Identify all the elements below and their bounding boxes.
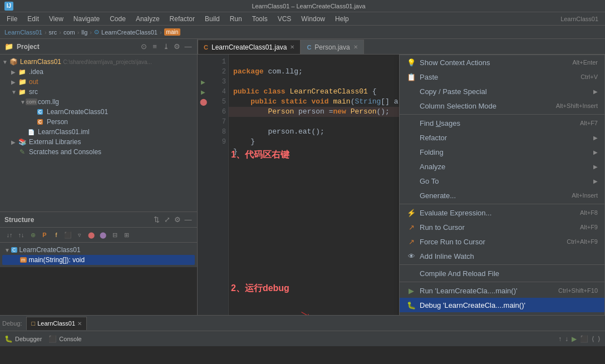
struct-btn-orange[interactable]: ⬛ [63, 230, 73, 240]
structure-btn-expand[interactable]: ⤢ [163, 215, 171, 224]
structure-icon-bar: ↓↑ ↑↓ ⊕ P f ⬛ ▿ ⬤ ⬤ ⊟ ⊞ [0, 228, 197, 243]
tree-item-root[interactable]: ▼ 📦 LearnClass01 C:\shared\learn\java_pr… [0, 57, 197, 67]
console-tab[interactable]: ⬛ Console [48, 335, 81, 343]
ctx-folding[interactable]: Folding ▶ [400, 145, 604, 159]
tab-label-person: Person.java [314, 43, 350, 51]
struct-btn-2[interactable]: ↑↓ [16, 230, 26, 240]
menu-window[interactable]: Window [297, 14, 329, 24]
btn-run-green[interactable]: ▶ [572, 335, 577, 343]
btn-up-arrow[interactable]: ↑ [558, 335, 562, 343]
menu-bar: File Edit View Navigate Code Analyze Ref… [0, 12, 605, 26]
menu-vcs[interactable]: VCS [273, 14, 296, 24]
tree-item-person[interactable]: C Person [0, 117, 197, 127]
menu-help[interactable]: Help [331, 14, 353, 24]
ctx-force-run-cursor[interactable]: ↗ Force Run to Cursor Ctrl+Alt+F9 [400, 234, 604, 249]
debug-tab-learn[interactable]: □ LearnClass01 ✕ [26, 317, 87, 330]
force-run-icon: ↗ [406, 237, 416, 247]
struct-btn-p[interactable]: P [40, 230, 50, 240]
ctx-more-run-debug[interactable]: More Run/Debug ▶ [400, 312, 604, 315]
menu-edit[interactable]: Edit [23, 14, 43, 24]
btn-nav-2[interactable]: ⟩ [598, 335, 601, 343]
breadcrumb-llg[interactable]: llg [81, 29, 87, 36]
ctx-copy-paste-special[interactable]: Copy / Paste Special ▶ [400, 84, 604, 99]
tree-item-com-llg[interactable]: ▼ com com.llg [0, 97, 197, 107]
structure-btn-gear[interactable]: ⚙ [173, 215, 182, 224]
struct-item-main[interactable]: m main(String[]): void [2, 255, 195, 265]
btn-down-arrow[interactable]: ↓ [565, 335, 568, 343]
sidebar-btn-collapse[interactable]: ⤓ [161, 42, 170, 51]
tree-item-ext-libs[interactable]: ▶ 📚 External Libraries [0, 137, 197, 147]
ctx-paste[interactable]: 📋 Paste Ctrl+V [400, 70, 604, 84]
tree-item-out[interactable]: ▶ 📁 out [0, 77, 197, 87]
btn-nav-1[interactable]: ⟨ [592, 335, 594, 343]
struct-item-class[interactable]: ▼ C LearnCreateClass01 [2, 245, 195, 255]
ctx-generate[interactable]: Generate... Alt+Insert [400, 188, 604, 203]
debugger-tab[interactable]: 🐛 Debugger [4, 335, 42, 343]
tab-learn-class[interactable]: C LearnCreateClass01.java ✕ [198, 40, 301, 54]
ctx-run-main[interactable]: ▶ Run 'LearnCreateCla....main()' Ctrl+Sh… [400, 283, 604, 298]
tab-person[interactable]: C Person.java ✕ [301, 40, 363, 54]
breadcrumb-src[interactable]: src [49, 29, 57, 36]
folding-arrow: ▶ [593, 149, 598, 155]
debug-tab-label: LearnClass01 [37, 320, 75, 327]
breadcrumb-class[interactable]: ⊙ LearnCreateClass01 [94, 28, 158, 36]
struct-btn-f[interactable]: f [51, 230, 61, 240]
menu-run[interactable]: Run [225, 14, 247, 24]
tree-item-learn-class[interactable]: C LearnCreateClass01 [0, 107, 197, 117]
btn-stop[interactable]: ⬛ [580, 335, 588, 343]
sidebar-btn-minus[interactable]: — [184, 42, 193, 51]
gutter-run-4[interactable]: ▶ [198, 87, 209, 97]
ctx-column-selection[interactable]: Column Selection Mode Alt+Shift+Insert [400, 99, 604, 113]
ctx-evaluate[interactable]: ⚡ Evaluate Expression... Alt+F8 [400, 205, 604, 220]
tree-item-scratches[interactable]: ✎ Scratches and Consoles [0, 147, 197, 157]
ctx-goto[interactable]: Go To ▶ [400, 174, 604, 188]
ctx-add-inline-watch[interactable]: 👁 Add Inline Watch [400, 249, 604, 263]
sidebar-btn-circle[interactable]: ⊙ [139, 42, 148, 51]
tree-item-src[interactable]: ▼ 📁 src [0, 87, 197, 97]
struct-btn-bar2[interactable]: ⊞ [121, 230, 131, 240]
structure-panel: Structure ⇅ ⤢ ⚙ — ↓↑ ↑↓ ⊕ P f ⬛ ▿ ⬤ ⬤ ⊟ [0, 211, 198, 267]
gutter-5[interactable]: ⬤ [198, 97, 209, 107]
struct-btn-filter[interactable]: ▿ [75, 230, 85, 240]
tree-item-iml[interactable]: 📄 LearnClass01.iml [0, 127, 197, 137]
menu-analyze[interactable]: Analyze [131, 14, 164, 24]
tree-item-idea[interactable]: ▶ 📁 .idea [0, 67, 197, 77]
sidebar-btn-list[interactable]: ≡ [150, 42, 159, 51]
submenu-arrow: ▶ [593, 88, 598, 95]
struct-btn-circle-red[interactable]: ⬤ [86, 230, 96, 240]
menu-code[interactable]: Code [105, 14, 130, 24]
context-menu: 💡 Show Context Actions Alt+Enter 📋 Paste… [399, 55, 605, 315]
struct-btn-purple[interactable]: ⬤ [98, 230, 108, 240]
annotation-run-debug: 2、运行debug [231, 283, 289, 294]
structure-btn-minus[interactable]: — [184, 215, 193, 224]
ctx-divider-3 [400, 264, 604, 265]
menu-tools[interactable]: Tools [248, 14, 272, 24]
structure-btn-align[interactable]: ⇅ [152, 215, 161, 224]
tab-close-learn[interactable]: ✕ [290, 44, 294, 50]
ctx-find-usages[interactable]: Find Usages Alt+F7 [400, 116, 604, 130]
breadcrumb-main[interactable]: main [164, 28, 181, 36]
tab-icon-person: C [307, 44, 311, 51]
tab-close-person[interactable]: ✕ [353, 44, 358, 50]
sidebar-btn-gear[interactable]: ⚙ [173, 42, 181, 51]
menu-view[interactable]: View [45, 14, 68, 24]
menu-file[interactable]: File [2, 14, 22, 24]
breadcrumb-project[interactable]: LearnClass01 [4, 29, 42, 36]
bottom-action-icons: ↑ ↓ ▶ ⬛ ⟨ ⟩ [558, 335, 601, 343]
menu-refactor[interactable]: Refactor [165, 14, 199, 24]
structure-title: Structure [4, 216, 149, 224]
breadcrumb-com[interactable]: com [63, 29, 75, 36]
menu-navigate[interactable]: Navigate [69, 14, 104, 24]
debug-tab-close[interactable]: ✕ [77, 321, 82, 327]
gutter-run-3[interactable]: ▶ [198, 77, 209, 87]
struct-btn-bar1[interactable]: ⊟ [110, 230, 120, 240]
struct-btn-class[interactable]: ⊕ [28, 230, 38, 240]
ctx-refactor[interactable]: Refactor ▶ [400, 130, 604, 145]
ctx-compile-reload[interactable]: Compile And Reload File [400, 266, 604, 281]
ctx-debug-main[interactable]: 🐛 Debug 'LearnCreateCla....main()' [400, 298, 604, 312]
struct-btn-1[interactable]: ↓↑ [4, 230, 14, 240]
ctx-show-context[interactable]: 💡 Show Context Actions Alt+Enter [400, 55, 604, 70]
ctx-run-cursor[interactable]: ↗ Run to Cursor Alt+F9 [400, 220, 604, 234]
ctx-analyze[interactable]: Analyze ▶ [400, 159, 604, 174]
menu-build[interactable]: Build [200, 14, 224, 24]
